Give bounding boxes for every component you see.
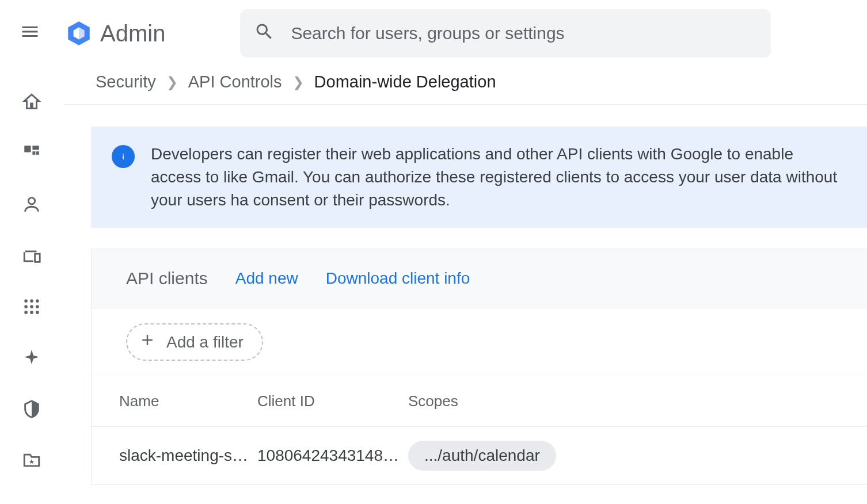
scope-chip[interactable]: .../auth/calendar xyxy=(408,441,556,471)
svg-rect-6 xyxy=(36,151,39,155)
add-filter-label: Add a filter xyxy=(166,333,244,352)
svg-point-17 xyxy=(36,311,39,314)
sidebar-item-dashboard[interactable] xyxy=(20,143,44,167)
chevron-right-icon: ❯ xyxy=(292,74,304,90)
info-icon xyxy=(112,145,135,168)
app-header: Admin xyxy=(0,0,867,67)
main: Security ❯ API Controls ❯ Domain-wide De… xyxy=(63,67,867,504)
brand[interactable]: Admin xyxy=(64,19,165,48)
hamburger-icon xyxy=(20,21,40,46)
layout: Security ❯ API Controls ❯ Domain-wide De… xyxy=(0,67,867,504)
sidebar-item-security[interactable] xyxy=(20,399,44,423)
info-text: Developers can register their web applic… xyxy=(151,143,846,212)
search-bar[interactable] xyxy=(240,9,771,58)
svg-point-13 xyxy=(30,305,33,308)
cell-scopes: .../auth/calendar xyxy=(408,441,839,471)
svg-point-16 xyxy=(30,311,33,314)
svg-point-10 xyxy=(30,299,33,303)
apps-icon xyxy=(22,297,41,320)
card-header: API clients Add new Download client info xyxy=(92,249,867,308)
search-icon xyxy=(254,21,275,46)
svg-point-14 xyxy=(36,305,39,308)
breadcrumb-current: Domain-wide Delegation xyxy=(314,72,496,91)
add-new-button[interactable]: Add new xyxy=(235,269,298,288)
table-row[interactable]: slack-meeting-s… 10806424343148… .../aut… xyxy=(92,427,867,484)
sparkle-icon xyxy=(22,348,41,372)
add-filter-chip[interactable]: Add a filter xyxy=(126,323,263,361)
app-title: Admin xyxy=(100,21,165,47)
info-banner: Developers can register their web applic… xyxy=(91,127,867,228)
svg-point-7 xyxy=(28,198,35,204)
svg-point-9 xyxy=(24,299,28,303)
breadcrumb-link-security[interactable]: Security xyxy=(96,72,156,91)
content: Developers can register their web applic… xyxy=(63,105,867,485)
col-header-clientid[interactable]: Client ID xyxy=(257,392,408,410)
shield-icon xyxy=(22,399,41,423)
svg-rect-22 xyxy=(123,154,124,155)
sidebar-item-devices[interactable] xyxy=(20,246,44,269)
chevron-right-icon: ❯ xyxy=(166,74,178,90)
sidebar xyxy=(0,67,63,504)
svg-rect-5 xyxy=(32,151,35,155)
card-title: API clients xyxy=(126,269,208,288)
plus-icon xyxy=(139,331,156,353)
search-input[interactable] xyxy=(291,24,757,43)
dashboard-icon xyxy=(22,143,41,167)
sidebar-item-ai[interactable] xyxy=(20,348,44,372)
sidebar-item-users[interactable] xyxy=(20,194,44,218)
breadcrumb: Security ❯ API Controls ❯ Domain-wide De… xyxy=(63,67,867,105)
svg-rect-4 xyxy=(32,146,39,150)
svg-point-15 xyxy=(24,311,28,314)
col-header-scopes[interactable]: Scopes xyxy=(408,392,839,410)
folder-star-icon xyxy=(22,450,41,474)
filter-row: Add a filter xyxy=(92,308,867,376)
devices-icon xyxy=(22,246,41,269)
bar-chart-icon xyxy=(22,502,41,504)
svg-point-11 xyxy=(36,299,39,303)
col-header-name[interactable]: Name xyxy=(119,392,257,410)
sidebar-item-apps[interactable] xyxy=(20,297,44,320)
api-clients-card: API clients Add new Download client info… xyxy=(91,249,867,485)
table-header: Name Client ID Scopes xyxy=(92,376,867,427)
svg-point-12 xyxy=(24,305,28,308)
cell-name: slack-meeting-s… xyxy=(119,446,257,465)
admin-logo-icon xyxy=(64,19,93,48)
download-client-info-button[interactable]: Download client info xyxy=(326,269,470,288)
home-icon xyxy=(22,92,41,116)
person-icon xyxy=(22,194,41,218)
menu-button[interactable] xyxy=(16,20,44,47)
svg-rect-3 xyxy=(24,146,31,152)
breadcrumb-link-api-controls[interactable]: API Controls xyxy=(188,72,282,91)
cell-clientid: 10806424343148… xyxy=(257,446,408,465)
svg-rect-8 xyxy=(35,254,40,262)
sidebar-item-reports[interactable] xyxy=(20,502,44,504)
sidebar-item-rules[interactable] xyxy=(20,450,44,474)
sidebar-item-home[interactable] xyxy=(20,92,44,116)
svg-rect-21 xyxy=(123,155,124,159)
